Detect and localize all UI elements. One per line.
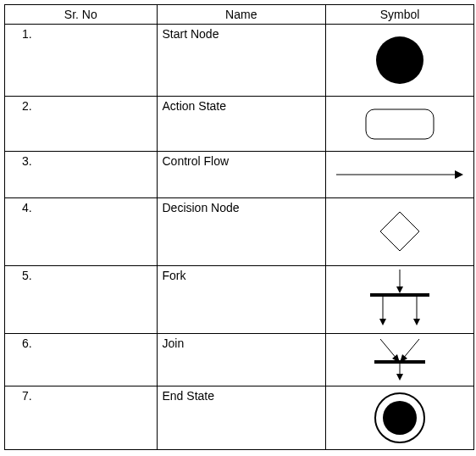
cell-name: Control Flow: [157, 152, 326, 198]
svg-marker-9: [379, 319, 386, 325]
cell-sr: 7.: [5, 386, 158, 450]
cell-name: Action State: [157, 97, 326, 152]
end-state-icon: [373, 391, 428, 446]
cell-sr: 5.: [5, 266, 158, 334]
cell-sr: 6.: [5, 334, 158, 386]
cell-name: Decision Node: [157, 198, 326, 266]
decision-node-icon: [377, 209, 423, 255]
control-flow-icon: [332, 164, 468, 186]
cell-symbol: [326, 334, 474, 386]
svg-point-20: [383, 401, 417, 435]
svg-marker-4: [380, 212, 419, 251]
cell-symbol: [326, 198, 474, 266]
symbols-table: Sr. No Name Symbol 1. Start Node 2. Acti…: [4, 4, 474, 450]
svg-line-14: [402, 339, 419, 359]
table-row: 2. Action State: [5, 97, 474, 152]
svg-rect-16: [374, 360, 425, 364]
svg-rect-1: [366, 109, 434, 139]
header-name: Name: [157, 5, 326, 25]
join-icon: [362, 336, 438, 383]
cell-symbol: [326, 25, 474, 97]
cell-name: Start Node: [157, 25, 326, 97]
table-row: 1. Start Node: [5, 25, 474, 97]
svg-marker-3: [455, 170, 463, 179]
header-symbol: Symbol: [326, 5, 474, 25]
svg-rect-7: [370, 293, 429, 297]
cell-symbol: [326, 386, 474, 450]
cell-name: End State: [157, 386, 326, 450]
cell-symbol: [326, 266, 474, 334]
svg-marker-6: [396, 286, 403, 293]
svg-line-12: [380, 339, 397, 359]
cell-sr: 4.: [5, 198, 158, 266]
svg-marker-18: [396, 374, 403, 381]
cell-sr: 2.: [5, 97, 158, 152]
cell-sr: 1.: [5, 25, 158, 97]
table-row: 3. Control Flow: [5, 152, 474, 198]
action-state-icon: [362, 105, 438, 143]
svg-point-0: [376, 36, 423, 84]
fork-icon: [357, 268, 442, 331]
svg-marker-11: [413, 319, 420, 325]
cell-symbol: [326, 97, 474, 152]
table-row: 7. End State: [5, 386, 474, 450]
cell-name: Fork: [157, 266, 326, 334]
table-row: 5. Fork: [5, 266, 474, 334]
cell-sr: 3.: [5, 152, 158, 198]
header-sr: Sr. No: [5, 5, 158, 25]
cell-name: Join: [157, 334, 326, 386]
cell-symbol: [326, 152, 474, 198]
table-row: 6. Join: [5, 334, 474, 386]
start-node-icon: [374, 35, 425, 86]
table-row: 4. Decision Node: [5, 198, 474, 266]
